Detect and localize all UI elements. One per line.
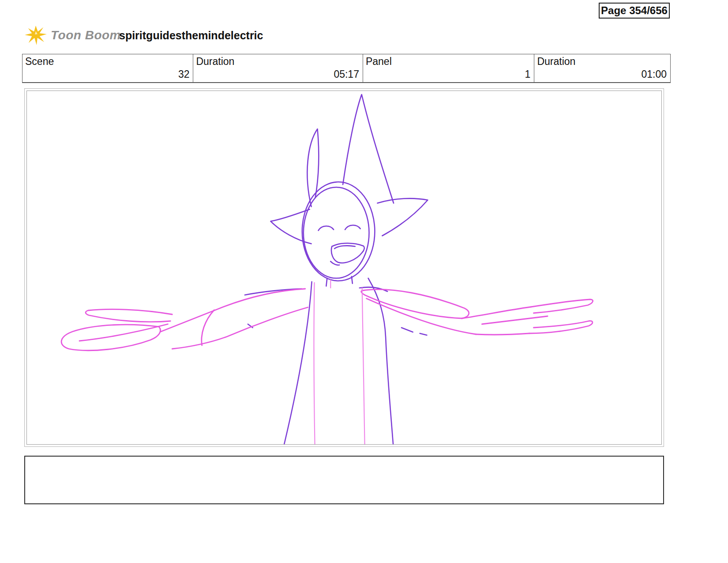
left-hand-oval <box>61 325 160 350</box>
torso-guide-right <box>362 288 365 444</box>
head-outline-outer <box>302 182 375 281</box>
panel-duration-label: Duration <box>537 56 575 68</box>
panel-cell: Panel 1 <box>363 54 534 82</box>
left-hand-flat <box>86 309 172 321</box>
right-forearm-top <box>462 307 531 318</box>
right-hand-mid-line <box>482 316 548 324</box>
left-eye <box>318 226 334 230</box>
storyboard-page: Toon Boom spiritguidesthemindelectric Pa… <box>0 0 728 563</box>
body-right-side <box>368 278 394 444</box>
storyboard-panel <box>26 91 662 445</box>
scene-label: Scene <box>25 56 54 68</box>
sketch-purple-lines <box>245 94 428 444</box>
left-ear <box>270 209 311 244</box>
panel-label: Panel <box>366 56 392 68</box>
project-title: spiritguidesthemindelectric <box>119 29 263 42</box>
character-sketch <box>27 91 661 444</box>
right-ear <box>377 198 428 236</box>
sketch-magenta-lines <box>61 289 593 351</box>
right-finger-lower <box>529 321 592 333</box>
right-hand-bottom <box>476 333 529 335</box>
scene-value: 32 <box>178 68 190 80</box>
toonboom-logo-icon <box>24 25 47 45</box>
left-arm-bottom <box>172 307 308 349</box>
scene-duration-value: 05:17 <box>334 68 359 80</box>
right-finger-upper <box>531 299 593 313</box>
right-eye <box>345 225 360 230</box>
right-arm-dash-2 <box>420 333 427 335</box>
panel-info-row: Scene 32 Duration 05:17 Panel 1 Duration… <box>22 54 671 83</box>
sketch-pink-lines <box>314 280 364 444</box>
brand-name: Toon Boom <box>51 28 121 42</box>
panel-duration-value: 01:00 <box>641 68 667 80</box>
body-left-side <box>284 282 311 444</box>
panel-value: 1 <box>525 68 531 80</box>
caption-box <box>24 456 664 504</box>
storyboard-panel-frame <box>24 88 664 447</box>
right-horn <box>343 94 394 203</box>
scene-duration-label: Duration <box>196 56 234 68</box>
left-arm-top <box>161 289 305 332</box>
mouth-scribble <box>334 246 355 249</box>
panel-duration-cell: Duration 01:00 <box>534 54 670 82</box>
neck-left-tick <box>326 278 327 286</box>
page-number-box: Page 354/656 <box>599 3 670 19</box>
left-horn <box>307 129 319 207</box>
header: Toon Boom spiritguidesthemindelectric <box>24 24 671 46</box>
scene-duration-cell: Duration 05:17 <box>193 54 363 82</box>
torso-guide-left <box>314 283 315 444</box>
scene-cell: Scene 32 <box>23 54 193 82</box>
right-arm-dash-1 <box>402 328 413 332</box>
